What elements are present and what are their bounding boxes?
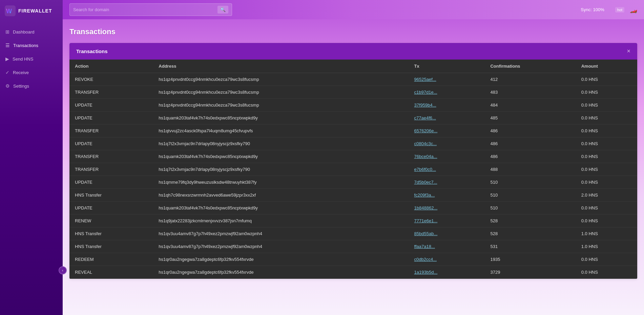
tx-link[interactable]: 1a193b5d... [414, 270, 438, 275]
sync-status: Sync: 100% [581, 7, 604, 12]
topbar: 🔍 Sync: 100% hot 🏎️ [63, 0, 644, 19]
amount-cell: 0.0 HNS [576, 125, 637, 137]
action-cell: UPDATE [69, 112, 153, 125]
main-area: 🔍 Sync: 100% hot 🏎️ Transactions Transac… [63, 0, 644, 315]
transactions-table: Action Address Tx Confirmations Amount R… [69, 60, 637, 279]
amount-cell: 0.0 HNS [576, 253, 637, 266]
sidebar-nav: ⊞ Dashboard ☰ Transactions ▶ Send HNS ✓ … [0, 22, 63, 315]
amount-cell: 0.0 HNS [576, 112, 637, 125]
tx-cell[interactable]: c0804c3c... [409, 137, 485, 150]
transactions-table-wrapper[interactable]: Action Address Tx Confirmations Amount R… [69, 60, 637, 279]
tx-cell[interactable]: 76bce04a... [409, 150, 485, 163]
tx-link[interactable]: 6576206e... [414, 128, 438, 133]
content-area: Transactions Transactions × Action Addre… [63, 19, 644, 315]
tx-cell[interactable]: 96525aef... [409, 73, 485, 86]
tx-link[interactable]: 96525aef... [414, 77, 436, 82]
tx-cell[interactable]: 1a193b5d... [409, 266, 485, 279]
tx-link[interactable]: c0db2cc4... [414, 257, 437, 262]
address-cell: hs1q7t2x3vmjac9n7drlapy08nyjyscjz9xsfky7… [153, 163, 409, 176]
table-row: UPDATEhs1qz4pnvdnt0ccg94nmkhcu0ezca79wc3… [69, 99, 637, 112]
confirmations-cell: 528 [485, 227, 576, 240]
table-row: TRANSFERhs1qtvvuj2zc4asck0fspa7l4uqm8umg… [69, 125, 637, 137]
hot-badge: hot [615, 7, 624, 13]
tx-cell[interactable]: 37f959b4... [409, 99, 485, 112]
tx-link[interactable]: ffaa7a18... [414, 244, 435, 249]
table-row: UPDATEhs1quamk203taf4vk7h74s0edxpwc85ncp… [69, 202, 637, 215]
action-cell: REVEAL [69, 266, 153, 279]
tx-link[interactable]: 7771e6e1... [414, 218, 438, 223]
table-row: UPDATEhs1q7t2x3vmjac9n7drlapy08nyjyscjz9… [69, 137, 637, 150]
tx-cell[interactable]: fc209f3a... [409, 189, 485, 202]
amount-cell: 2.0 HNS [576, 189, 637, 202]
sidebar-item-transactions[interactable]: ☰ Transactions [0, 39, 63, 52]
amount-cell: 0.0 HNS [576, 202, 637, 215]
table-row: REDEEMhs1qr0au2ngegwa7za8gdeptc6fp32fkv5… [69, 253, 637, 266]
action-cell: TRANSFER [69, 150, 153, 163]
close-icon[interactable]: × [627, 48, 630, 55]
tx-cell[interactable]: 6576206e... [409, 125, 485, 137]
tx-link[interactable]: e7b6f0c0... [414, 167, 436, 172]
tx-link[interactable]: fc209f3a... [414, 193, 435, 198]
tx-link[interactable]: 7d5b0ec7... [414, 180, 437, 185]
action-cell: REVOKE [69, 73, 153, 86]
svg-text:W: W [6, 8, 12, 15]
amount-cell: 1.0 HNS [576, 240, 637, 253]
tx-cell[interactable]: 1b848862... [409, 202, 485, 215]
tx-link[interactable]: 85bd55ab... [414, 231, 438, 236]
tx-cell[interactable]: e7b6f0c0... [409, 163, 485, 176]
address-cell: hs1qh7c98nexsrzwrmnh2avved6awe59jzpr3xx2… [153, 189, 409, 202]
amount-cell: 1.0 HNS [576, 227, 637, 240]
tx-link[interactable]: 37f959b4... [414, 103, 436, 108]
search-button[interactable]: 🔍 [217, 6, 228, 14]
confirmations-cell: 483 [485, 86, 576, 99]
tx-cell[interactable]: ffaa7a18... [409, 240, 485, 253]
address-cell: hs1qz4pnvdnt0ccg94nmkhcu0ezca79wc3s8fucs… [153, 86, 409, 99]
tx-cell[interactable]: c0db2cc4... [409, 253, 485, 266]
sidebar-item-settings[interactable]: ⚙ Settings [0, 79, 63, 93]
tx-cell[interactable]: c1b97d1e... [409, 86, 485, 99]
confirmations-cell: 3729 [485, 266, 576, 279]
transactions-card: Transactions × Action Address Tx Confirm… [69, 43, 637, 279]
confirmations-cell: 510 [485, 189, 576, 202]
dashboard-icon: ⊞ [5, 29, 9, 35]
app-name: FIREWALLET [18, 8, 52, 14]
action-cell: UPDATE [69, 99, 153, 112]
confirmations-cell: 412 [485, 73, 576, 86]
transactions-card-title: Transactions [76, 48, 108, 54]
tx-link[interactable]: 1b848862... [414, 205, 438, 210]
amount-cell: 0.0 HNS [576, 176, 637, 189]
transactions-card-wrapper: Transactions × Action Address Tx Confirm… [69, 43, 637, 279]
tx-cell[interactable]: 7d5b0ec7... [409, 176, 485, 189]
action-cell: TRANSFER [69, 86, 153, 99]
amount-cell: 0.0 HNS [576, 163, 637, 176]
sidebar-collapse-button[interactable]: ‹ [59, 266, 67, 274]
sidebar-item-label: Send HNS [13, 57, 33, 62]
confirmations-cell: 528 [485, 215, 576, 227]
confirmations-cell: 486 [485, 137, 576, 150]
amount-cell: 0.0 HNS [576, 73, 637, 86]
firewallet-logo-icon: W [5, 5, 16, 16]
tx-cell[interactable]: 85bd55ab... [409, 227, 485, 240]
sidebar-item-receive[interactable]: ✓ Receive [0, 66, 63, 79]
receive-icon: ✓ [5, 70, 9, 75]
tx-cell[interactable]: c77ae4f6... [409, 112, 485, 125]
amount-cell: 0.0 HNS [576, 266, 637, 279]
confirmations-cell: 510 [485, 176, 576, 189]
action-cell: REDEEM [69, 253, 153, 266]
sidebar-item-label: Settings [13, 84, 29, 89]
tx-link[interactable]: c77ae4f6... [414, 115, 436, 120]
address-cell: hs1qtvvuj2zc4asck0fspa7l4uqm8umg45cfvupv… [153, 125, 409, 137]
transactions-card-header: Transactions × [69, 43, 637, 60]
tx-link[interactable]: c0804c3c... [414, 141, 437, 146]
table-row: TRANSFERhs1qz4pnvdnt0ccg94nmkhcu0ezca79w… [69, 86, 637, 99]
search-input[interactable] [73, 7, 215, 12]
tx-link[interactable]: 76bce04a... [414, 154, 437, 159]
wallet-icon[interactable]: 🏎️ [630, 6, 637, 14]
tx-link[interactable]: c1b97d1e... [414, 90, 437, 95]
action-cell: UPDATE [69, 202, 153, 215]
sidebar-item-send-hns[interactable]: ▶ Send HNS [0, 52, 63, 66]
tx-cell[interactable]: 7771e6e1... [409, 215, 485, 227]
sidebar-item-dashboard[interactable]: ⊞ Dashboard [0, 25, 63, 39]
address-cell: hs1quamk203taf4vk7h74s0edxpwc85ncptxwpkd… [153, 150, 409, 163]
sidebar: W FIREWALLET ⊞ Dashboard ☰ Transactions … [0, 0, 63, 315]
